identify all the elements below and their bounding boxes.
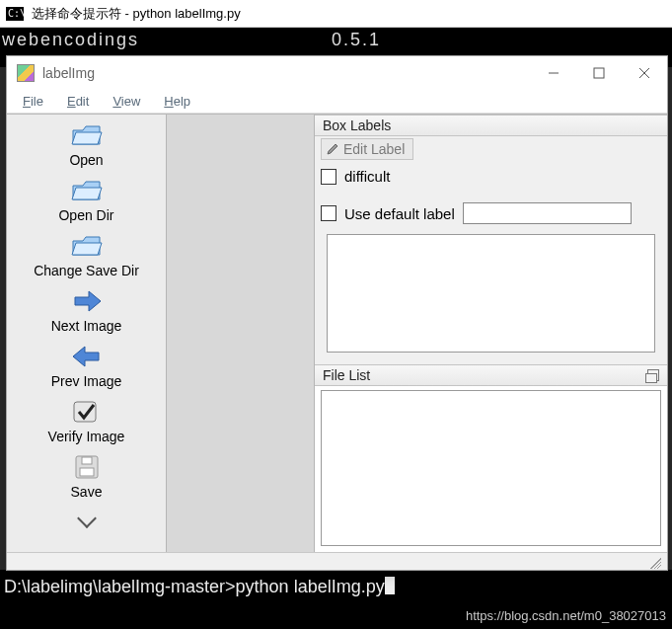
close-button[interactable] xyxy=(622,57,667,89)
box-labels-header[interactable]: Box Labels xyxy=(315,115,667,136)
window-buttons xyxy=(531,57,667,89)
right-pane: Box Labels Edit Label difficult Use defa… xyxy=(315,115,667,552)
window-titlebar[interactable]: labelImg xyxy=(7,56,667,90)
cmd-cursor xyxy=(385,577,395,594)
tool-open-dir[interactable]: Open Dir xyxy=(58,176,113,223)
tool-save-label: Save xyxy=(71,484,103,500)
edit-label-text: Edit Label xyxy=(343,141,405,157)
image-canvas[interactable] xyxy=(167,115,315,552)
svg-rect-6 xyxy=(80,468,94,476)
minimize-button[interactable] xyxy=(531,57,576,89)
default-label-input[interactable] xyxy=(463,202,632,224)
difficult-row: difficult xyxy=(321,168,661,185)
cmd-console-bottom: D:\labelimg\labelImg-master>python label… xyxy=(0,570,672,629)
folder-open-icon xyxy=(70,120,104,150)
svg-rect-7 xyxy=(82,457,92,464)
menu-file[interactable]: File xyxy=(11,92,55,111)
cmd-prompt: D:\labelimg\labelImg-master>python label… xyxy=(4,577,385,596)
tool-save[interactable]: Save xyxy=(70,452,104,500)
arrow-left-icon xyxy=(70,342,104,371)
resize-grip-icon[interactable] xyxy=(647,555,661,569)
edit-label-button[interactable]: Edit Label xyxy=(321,138,413,160)
menu-edit[interactable]: Edit xyxy=(55,92,101,111)
watermark: https://blog.csdn.net/m0_38027013 xyxy=(466,608,666,623)
popout-icon[interactable] xyxy=(647,369,659,381)
tool-open-dir-label: Open Dir xyxy=(58,207,113,223)
toolbar-more-icon[interactable] xyxy=(77,509,97,528)
save-icon xyxy=(70,452,104,482)
tool-change-save-dir-label: Change Save Dir xyxy=(34,263,139,278)
box-labels-panel: Edit Label difficult Use default label xyxy=(315,136,667,364)
file-list-title: File List xyxy=(323,367,370,383)
file-list-header[interactable]: File List xyxy=(315,364,667,386)
tool-next-image-label: Next Image xyxy=(51,318,122,334)
cmd-line-left: webencodings xyxy=(2,30,139,49)
tool-change-save-dir[interactable]: Change Save Dir xyxy=(34,231,139,278)
menu-view[interactable]: View xyxy=(101,92,152,111)
tool-open[interactable]: Open xyxy=(69,120,103,168)
folder-icon xyxy=(70,176,104,205)
menu-help[interactable]: Help xyxy=(152,92,202,111)
default-label-text: Use default label xyxy=(344,205,455,222)
toolbar: Open Open Dir Change Save Dir Next Image… xyxy=(7,115,167,552)
default-label-checkbox[interactable] xyxy=(321,205,336,221)
arrow-right-icon xyxy=(70,286,104,316)
cmd-window-titlebar: C:\ 选择命令提示符 - python labelImg.py xyxy=(0,0,672,28)
pencil-icon xyxy=(326,142,339,156)
status-bar xyxy=(7,552,667,570)
labels-listbox[interactable] xyxy=(327,234,655,353)
difficult-checkbox[interactable] xyxy=(321,169,336,185)
folder-save-icon xyxy=(70,231,104,261)
tool-prev-image-label: Prev Image xyxy=(51,373,122,389)
checkbox-icon xyxy=(69,397,103,427)
tool-verify-image-label: Verify Image xyxy=(48,429,125,444)
tool-next-image[interactable]: Next Image xyxy=(51,286,122,334)
tool-verify-image[interactable]: Verify Image xyxy=(48,397,125,444)
cmd-window-title: 选择命令提示符 - python labelImg.py xyxy=(32,5,241,23)
cmd-line-right: 0.5.1 xyxy=(332,28,381,51)
cmd-icon: C:\ xyxy=(6,7,24,21)
tool-prev-image[interactable]: Prev Image xyxy=(51,342,122,389)
window-title: labelImg xyxy=(42,65,531,81)
app-icon xyxy=(17,64,35,82)
file-list[interactable] xyxy=(321,390,661,546)
maximize-button[interactable] xyxy=(576,57,622,89)
box-labels-title: Box Labels xyxy=(323,118,391,133)
svg-rect-1 xyxy=(594,68,604,78)
tool-open-label: Open xyxy=(69,152,103,168)
client-area: Open Open Dir Change Save Dir Next Image… xyxy=(7,114,667,552)
menu-bar: File Edit View Help xyxy=(7,90,667,114)
default-label-row: Use default label xyxy=(321,202,661,224)
difficult-label: difficult xyxy=(344,168,390,185)
labelimg-window: labelImg File Edit View Help Open Open D… xyxy=(6,55,668,571)
